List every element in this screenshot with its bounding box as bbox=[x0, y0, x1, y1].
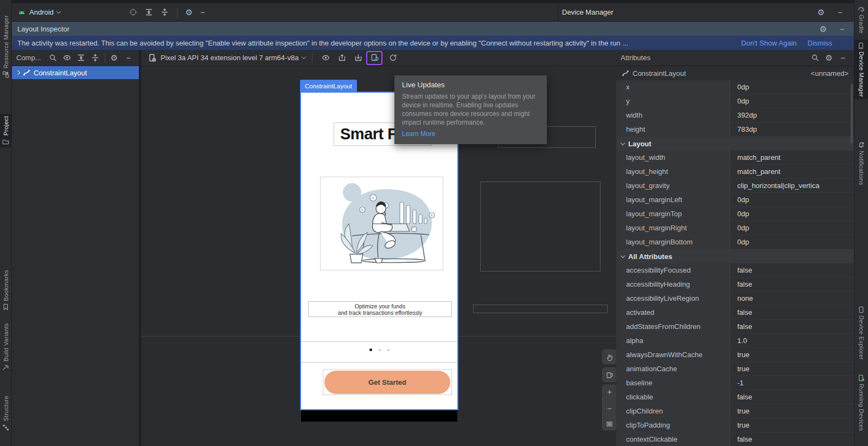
attribute-row[interactable]: clipChildrentrue bbox=[616, 404, 854, 418]
attribute-value[interactable]: match_parent bbox=[730, 165, 854, 178]
attribute-row[interactable]: accessibilityLiveRegionnone bbox=[616, 292, 854, 306]
hide-window-icon[interactable]: − bbox=[834, 8, 846, 16]
attribute-value[interactable]: false bbox=[730, 306, 854, 319]
hide-panel-icon[interactable]: − bbox=[122, 52, 135, 64]
expand-node-chevron-icon[interactable] bbox=[16, 70, 20, 75]
attribute-row[interactable]: accessibilityFocusedfalse bbox=[616, 263, 854, 277]
attribute-row[interactable]: y0dp bbox=[616, 94, 854, 108]
refresh-icon[interactable] bbox=[386, 52, 399, 64]
attribute-value[interactable]: 783dp bbox=[730, 122, 854, 136]
collapse-all-icon[interactable] bbox=[157, 8, 173, 16]
attribute-value[interactable]: 0dp bbox=[730, 235, 854, 249]
stripe-device-explorer[interactable]: Device Explorer bbox=[854, 303, 868, 362]
attribute-row[interactable]: layout_gravityclip_horizontal|clip_verti… bbox=[616, 179, 854, 193]
attribute-row[interactable]: layout_marginRight0dp bbox=[616, 221, 854, 235]
learn-more-link[interactable]: Learn More bbox=[402, 130, 435, 138]
stripe-gradle[interactable]: Gradle bbox=[854, 3, 868, 36]
3d-mode-button[interactable] bbox=[602, 367, 616, 382]
expand-all-icon[interactable] bbox=[75, 52, 88, 64]
attribute-value[interactable]: true bbox=[730, 348, 854, 361]
selected-view-tab[interactable]: ConstraintLayout bbox=[300, 80, 357, 92]
attribute-value[interactable]: false bbox=[730, 320, 854, 333]
attributes-section-header[interactable]: All Attributes bbox=[616, 249, 854, 263]
export-snapshot-icon[interactable] bbox=[335, 52, 348, 64]
attribute-value[interactable]: 0dp bbox=[730, 94, 854, 108]
dont-show-again-link[interactable]: Don't Show Again bbox=[741, 39, 796, 47]
attributes-section-header[interactable]: Layout bbox=[616, 137, 854, 151]
attribute-row[interactable]: layout_heightmatch_parent bbox=[616, 165, 854, 179]
attribute-value[interactable]: 0dp bbox=[730, 221, 854, 235]
scrollbar-thumb[interactable] bbox=[851, 84, 853, 144]
attribute-row[interactable]: width392dp bbox=[616, 108, 854, 122]
live-updates-toggle-icon[interactable] bbox=[368, 52, 381, 64]
hide-window-icon[interactable]: − bbox=[836, 25, 848, 33]
attribute-row[interactable]: height783dp bbox=[616, 122, 854, 137]
attribute-value[interactable]: true bbox=[730, 418, 854, 432]
attribute-row[interactable]: layout_widthmatch_parent bbox=[616, 151, 854, 165]
hide-window-icon[interactable]: − bbox=[196, 8, 209, 16]
attribute-row[interactable]: addStatesFromChildrenfalse bbox=[616, 320, 854, 334]
dismiss-link[interactable]: Dismiss bbox=[808, 39, 833, 47]
search-icon[interactable] bbox=[808, 52, 821, 64]
stripe-running-devices[interactable]: Running Devices bbox=[854, 372, 868, 434]
run-configuration-select[interactable]: Android bbox=[12, 8, 60, 16]
attribute-value[interactable]: false bbox=[730, 277, 854, 291]
collapse-all-icon[interactable] bbox=[89, 52, 102, 64]
attribute-row[interactable]: layout_marginLeft0dp bbox=[616, 193, 854, 207]
attribute-value[interactable]: false bbox=[730, 432, 854, 446]
attribute-row[interactable]: baseline-1 bbox=[616, 376, 854, 390]
pan-tool-button[interactable] bbox=[602, 350, 616, 364]
stripe-project[interactable]: Project bbox=[0, 114, 11, 147]
stripe-build-variants[interactable]: Build Variants bbox=[0, 321, 11, 373]
attribute-row[interactable]: alpha1.0 bbox=[616, 334, 854, 348]
attribute-value[interactable]: 0dp bbox=[730, 207, 854, 221]
attach-debugger-icon[interactable] bbox=[125, 8, 141, 16]
view-options-eye-icon[interactable] bbox=[319, 52, 332, 64]
attribute-row[interactable]: clickablefalse bbox=[616, 390, 854, 404]
zoom-out-button[interactable]: − bbox=[607, 404, 612, 412]
attribute-value[interactable]: 0dp bbox=[730, 80, 854, 94]
get-started-button[interactable]: Get Started bbox=[324, 371, 450, 394]
hide-panel-icon[interactable]: − bbox=[837, 52, 850, 64]
settings-gear-icon[interactable]: ⚙ bbox=[822, 52, 835, 64]
attribute-row[interactable]: contextClickablefalse bbox=[616, 432, 854, 446]
stripe-device-manager[interactable]: Device Manager bbox=[854, 40, 868, 99]
import-snapshot-icon[interactable] bbox=[352, 52, 365, 64]
tree-node-constraintlayout[interactable]: ConstraintLayout bbox=[12, 66, 139, 79]
attribute-row[interactable]: layout_marginBottom0dp bbox=[616, 235, 854, 249]
device-select[interactable]: Pixel 3a API 34 extension level 7 arm64-… bbox=[149, 54, 305, 62]
settings-gear-icon[interactable]: ⚙ bbox=[816, 25, 831, 33]
settings-gear-icon[interactable]: ⚙ bbox=[814, 8, 828, 16]
settings-gear-icon[interactable]: ⚙ bbox=[108, 52, 121, 64]
stripe-resource-manager[interactable]: Resource Manager bbox=[0, 13, 11, 80]
attribute-value[interactable]: match_parent bbox=[730, 151, 854, 164]
attribute-value[interactable]: false bbox=[730, 390, 854, 404]
attribute-value[interactable]: 392dp bbox=[730, 108, 854, 122]
zoom-to-fit-button[interactable] bbox=[606, 421, 613, 428]
zoom-in-button[interactable]: + bbox=[607, 387, 612, 396]
attribute-row[interactable]: clipToPaddingtrue bbox=[616, 418, 854, 432]
attribute-value[interactable]: -1 bbox=[730, 376, 854, 390]
attribute-value[interactable]: 0dp bbox=[730, 193, 854, 206]
attribute-row[interactable]: layout_marginTop0dp bbox=[616, 207, 854, 221]
attribute-row[interactable]: alwaysDrawnWithCachetrue bbox=[616, 348, 854, 362]
attribute-row[interactable]: accessibilityHeadingfalse bbox=[616, 277, 854, 292]
attribute-value[interactable]: false bbox=[730, 263, 854, 277]
settings-gear-icon[interactable]: ⚙ bbox=[182, 8, 196, 16]
attribute-value[interactable]: clip_horizontal|clip_vertica bbox=[730, 179, 854, 192]
attribute-row[interactable]: x0dp bbox=[616, 80, 854, 94]
layout-inspector-canvas[interactable]: Pixel 3a API 34 extension level 7 arm64-… bbox=[141, 50, 616, 446]
attribute-row[interactable]: activatedfalse bbox=[616, 306, 854, 320]
layers-icon bbox=[606, 371, 614, 379]
stripe-bookmarks[interactable]: Bookmarks bbox=[0, 268, 11, 313]
attribute-row[interactable]: animationCachetrue bbox=[616, 362, 854, 376]
attribute-value[interactable]: true bbox=[730, 362, 854, 376]
stripe-notifications[interactable]: Notifications bbox=[854, 139, 868, 188]
view-options-eye-icon[interactable] bbox=[61, 52, 74, 64]
attribute-value[interactable]: none bbox=[730, 292, 854, 305]
stripe-structure[interactable]: Structure bbox=[0, 393, 11, 433]
expand-all-icon[interactable] bbox=[141, 8, 157, 16]
attribute-value[interactable]: 1.0 bbox=[730, 334, 854, 347]
search-icon[interactable] bbox=[47, 52, 60, 64]
attribute-value[interactable]: true bbox=[730, 404, 854, 418]
